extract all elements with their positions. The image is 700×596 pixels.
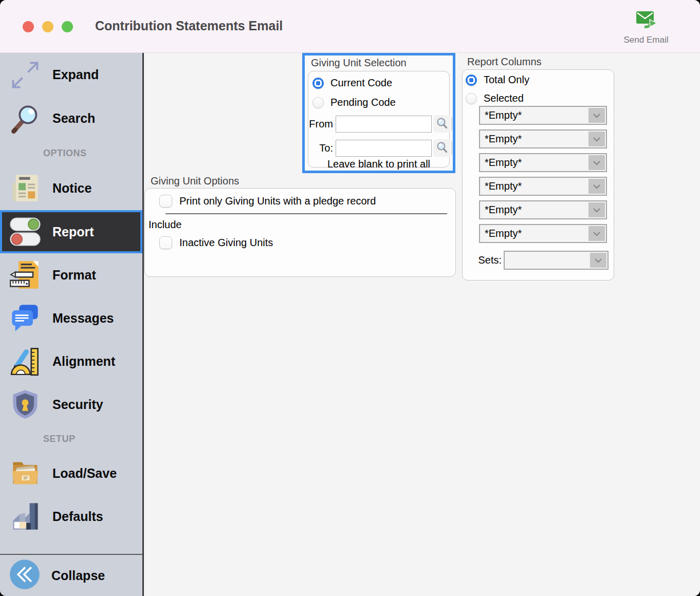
dropdown-value: *Empty*	[480, 107, 587, 124]
chevron-down-icon[interactable]	[590, 253, 606, 268]
current-code-label: Current Code	[330, 77, 392, 89]
folder-icon	[8, 456, 42, 490]
chevron-down-icon[interactable]	[588, 132, 605, 146]
group-title-report-columns: Report Columns	[467, 56, 542, 68]
toggles-icon	[8, 215, 42, 249]
pledge-checkbox-label: Print only Giving Units with a pledge re…	[179, 195, 376, 207]
group-title-giving-unit-selection: Giving Unit Selection	[311, 57, 407, 69]
search-icon	[8, 102, 42, 136]
current-code-radio[interactable]	[312, 78, 324, 89]
pledge-checkbox-row[interactable]: Print only Giving Units with a pledge re…	[159, 195, 376, 208]
sidebar-item-label: Defaults	[52, 509, 103, 524]
inactive-checkbox-row[interactable]: Inactive Giving Units	[159, 236, 273, 249]
sidebar-spacer	[0, 538, 142, 554]
total-only-radio[interactable]	[466, 74, 477, 86]
pledge-checkbox[interactable]	[159, 195, 172, 208]
chevron-down-icon[interactable]	[588, 226, 605, 241]
report-column-dropdown-2[interactable]: *Empty*	[479, 129, 607, 148]
report-column-dropdown-5[interactable]: *Empty*	[479, 200, 607, 219]
sidebar-item-label: Search	[52, 111, 95, 126]
sidebar-item-label: Messages	[52, 311, 114, 326]
sidebar-item-label: Report	[52, 225, 94, 239]
document-ruler-icon	[8, 258, 42, 292]
to-label: To:	[308, 142, 333, 154]
total-only-label: Total Only	[484, 74, 529, 86]
sidebar-item-label: Load/Save	[52, 466, 117, 481]
pending-code-radio-row[interactable]: Pending Code	[312, 97, 396, 108]
leave-blank-hint: Leave blank to print all	[308, 158, 449, 170]
sidebar-item-label: Expand	[52, 67, 99, 82]
dropdown-value: *Empty*	[480, 225, 587, 242]
sidebar-item-defaults[interactable]: Defaults	[0, 495, 142, 538]
send-email-icon	[634, 9, 658, 32]
from-input[interactable]	[336, 116, 432, 133]
report-column-dropdown-6[interactable]: *Empty*	[479, 224, 607, 243]
giving-unit-options-fieldset: Print only Giving Units with a pledge re…	[144, 188, 456, 277]
chevron-down-icon[interactable]	[588, 108, 605, 123]
chevron-down-icon[interactable]	[588, 202, 605, 217]
field-separator	[451, 117, 452, 131]
dropdown-value	[505, 252, 589, 269]
chevron-down-icon[interactable]	[588, 179, 605, 194]
options-divider	[165, 213, 447, 214]
sidebar-item-messages[interactable]: Messages	[0, 296, 142, 340]
dropdown-value: *Empty*	[480, 201, 587, 218]
giving-unit-selection-fieldset: Current Code Pending Code From	[308, 71, 450, 167]
minimize-window-button[interactable]	[42, 21, 53, 32]
window-title: Contribution Statements Email	[95, 18, 283, 33]
app-window: Contribution Statements Email Send Email	[0, 0, 700, 596]
inactive-checkbox-label: Inactive Giving Units	[179, 237, 273, 249]
titlebar: Contribution Statements Email Send Email	[0, 0, 700, 53]
sidebar-section-setup: SETUP	[0, 426, 142, 452]
from-row: From	[308, 115, 452, 133]
sidebar-item-format[interactable]: Format	[0, 253, 142, 296]
report-column-dropdown-3[interactable]: *Empty*	[479, 153, 607, 172]
current-code-radio-row[interactable]: Current Code	[312, 77, 392, 89]
expand-icon	[8, 58, 42, 92]
sidebar-item-collapse[interactable]: Collapse	[0, 554, 142, 596]
giving-unit-selection-group: Giving Unit Selection Current Code Pendi…	[302, 53, 455, 173]
pending-code-radio[interactable]	[312, 97, 324, 108]
sidebar: Expand Search OPTIONS	[0, 53, 144, 596]
inactive-checkbox[interactable]	[159, 236, 172, 249]
sidebar-item-label: Format	[52, 268, 96, 283]
to-row: To:	[308, 139, 452, 157]
pencil-ruler-protractor-icon	[8, 344, 42, 378]
to-search-button[interactable]	[433, 139, 450, 157]
sidebar-item-security[interactable]: Security	[0, 383, 142, 426]
sidebar-item-load-save[interactable]: Load/Save	[0, 452, 142, 495]
send-email-button[interactable]: Send Email	[607, 9, 685, 45]
dropdown-value: *Empty*	[480, 154, 587, 171]
dropdown-value: *Empty*	[480, 131, 587, 147]
selected-radio[interactable]	[466, 93, 477, 104]
chevron-down-icon[interactable]	[588, 155, 605, 170]
sidebar-item-search[interactable]: Search	[0, 97, 142, 140]
magnifier-icon	[436, 141, 448, 155]
sidebar-item-label: Alignment	[52, 354, 115, 369]
traffic-lights	[23, 21, 73, 32]
report-column-dropdown-4[interactable]: *Empty*	[479, 177, 607, 196]
pending-code-label: Pending Code	[330, 97, 396, 108]
factory-icon	[8, 499, 42, 533]
sidebar-item-report[interactable]: Report	[0, 210, 142, 253]
sidebar-item-expand[interactable]: Expand	[0, 53, 142, 97]
total-only-radio-row[interactable]: Total Only	[466, 74, 529, 86]
sidebar-item-alignment[interactable]: Alignment	[0, 340, 142, 383]
close-window-button[interactable]	[23, 21, 34, 32]
magnifier-icon	[436, 117, 448, 131]
sidebar-item-notice[interactable]: Notice	[0, 166, 142, 210]
newspaper-icon	[8, 171, 42, 205]
chat-bubbles-icon	[8, 301, 42, 335]
sets-label: Sets:	[474, 254, 502, 266]
zoom-window-button[interactable]	[62, 21, 73, 32]
sidebar-item-label: Security	[52, 397, 103, 412]
from-search-button[interactable]	[433, 115, 450, 133]
report-column-dropdown-1[interactable]: *Empty*	[479, 106, 607, 125]
selected-radio-row[interactable]: Selected	[466, 92, 524, 104]
collapse-chevrons-icon	[8, 558, 41, 593]
sidebar-section-options: OPTIONS	[0, 140, 142, 166]
shield-icon	[8, 387, 42, 421]
sets-dropdown[interactable]	[504, 251, 609, 270]
to-input[interactable]	[336, 140, 432, 157]
sidebar-item-label: Collapse	[51, 568, 105, 583]
